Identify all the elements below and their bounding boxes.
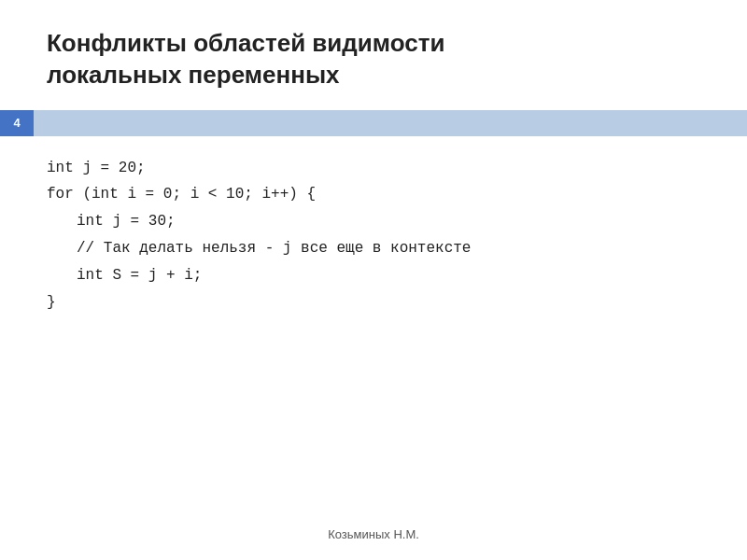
slide-title: Конфликты областей видимостилокальных пе… [47, 28, 700, 91]
code-block: int j = 20; for (int i = 0; i < 10; i++)… [47, 155, 700, 316]
slide-number: 4 [0, 110, 34, 136]
code-line-1: int j = 20; [47, 155, 700, 182]
code-section: int j = 20; for (int i = 0; i < 10; i++)… [0, 136, 747, 326]
code-line-2: for (int i = 0; i < 10; i++) { [47, 181, 700, 208]
title-section: Конфликты областей видимостилокальных пе… [0, 0, 747, 110]
code-line-3: int j = 30; [77, 208, 700, 235]
code-line-6: } [47, 289, 700, 316]
code-line-4: // Так делать нельзя - j все еще в конте… [77, 235, 700, 262]
slide-container: Конфликты областей видимостилокальных пе… [0, 0, 747, 560]
footer: Козьминых Н.М. [0, 527, 747, 541]
divider-bar: 4 [0, 110, 747, 136]
code-line-5: int S = j + i; [77, 262, 700, 289]
divider-line [34, 110, 747, 136]
